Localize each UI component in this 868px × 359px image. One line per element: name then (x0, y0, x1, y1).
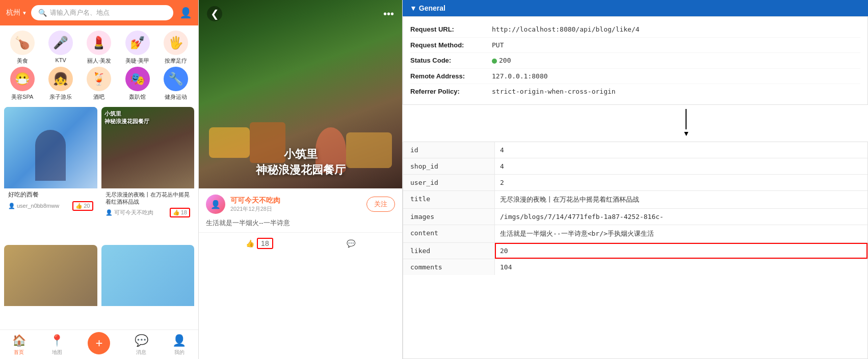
detail-like-count: 18 (257, 238, 273, 249)
remote-address-val: 127.0.0.1:8080 (492, 71, 548, 81)
card-2-title: 无尽浪漫的夜晚丨在万花丛中摇晃着红酒杯品战 (106, 191, 191, 206)
liren-label: 丽人·美发 (87, 57, 111, 65)
nav-message-label: 消息 (136, 349, 146, 356)
detail-user-row: 👤 可可今天不吃肉 2021年12月28日 关注 (199, 188, 402, 218)
resp-val-images: /imgs/blogs/7/14/4771fefb-1a87-4252-816c… (495, 209, 867, 225)
resp-val-comments: 104 (495, 259, 867, 275)
card-2-likes: 👍 18 (170, 208, 190, 217)
feikai-icon: 🎭 (125, 67, 150, 91)
resp-val-id: 4 (495, 142, 867, 158)
category-liren[interactable]: 💄 丽人·美发 (81, 31, 117, 65)
request-url-row: Request URL: http://localhost:8080/api/b… (410, 22, 860, 38)
detail-actions: 👍 18 💬 (199, 232, 402, 254)
resp-key-title: title (403, 191, 495, 208)
card-1[interactable]: 好吃的西餐 👤 user_n0bb8mww 👍 20 (4, 107, 97, 241)
resp-key-id: id (403, 142, 495, 158)
card-1-user: 👤 user_n0bb8mww (8, 203, 59, 209)
feikai-label: 轰趴馆 (129, 93, 146, 101)
card-3[interactable] (4, 245, 97, 326)
status-code-val: 200 (492, 56, 511, 66)
add-icon: + (95, 336, 102, 350)
resp-row-userid: user_id 2 (403, 175, 867, 191)
search-placeholder: 请输入商户名、地点 (50, 8, 110, 17)
card-1-image (4, 107, 97, 188)
category-meijia[interactable]: 💅 美睫·美甲 (119, 31, 155, 65)
category-meirong[interactable]: 😷 美容SPA (4, 67, 40, 101)
resp-row-images: images /imgs/blogs/7/14/4771fefb-1a87-42… (403, 209, 867, 225)
detail-comment-action[interactable]: 💬 (347, 239, 355, 247)
jiuba-label: 酒吧 (93, 93, 104, 101)
meijia-label: 美睫·美甲 (125, 57, 149, 65)
anmo-icon: 🖐 (164, 31, 188, 55)
nav-map-label: 地图 (52, 349, 62, 356)
status-dot (492, 59, 497, 64)
category-ktv[interactable]: 🎤 KTV (42, 31, 78, 65)
cards-area: 好吃的西餐 👤 user_n0bb8mww 👍 20 小筑里神秘浪漫花园餐厅 (0, 104, 198, 329)
detail-user-info: 可可今天不吃肉 2021年12月28日 (230, 196, 361, 213)
user-icon[interactable]: 👤 (179, 7, 192, 19)
remote-address-row: Remote Address: 127.0.0.1:8080 (410, 69, 860, 85)
card-1-title: 好吃的西餐 (8, 191, 93, 199)
meishi-icon: 🍗 (10, 31, 35, 55)
user-icon-small: 👤 (8, 203, 15, 209)
comment-icon: 💬 (347, 239, 355, 247)
card-2-image: 小筑里神秘浪漫花园餐厅 (101, 107, 195, 188)
nav-home-label: 首页 (14, 349, 24, 356)
card-4[interactable] (101, 245, 195, 326)
nav-map[interactable]: 📍 地图 (50, 334, 64, 356)
status-code-key: Status Code: (410, 56, 492, 66)
detail-content: 👤 可可今天不吃肉 2021年12月28日 关注 生活就是一半烟火--一半诗意 … (199, 188, 402, 359)
detail-excerpt: 生活就是一半烟火--一半诗意 (199, 218, 402, 232)
arrow-line (686, 109, 687, 129)
category-anmo[interactable]: 🖐 按摩足疗 (158, 31, 194, 65)
card-2[interactable]: 小筑里神秘浪漫花园餐厅 无尽浪漫的夜晚丨在万花丛中摇晃着红酒杯品战 👤 可可今天… (101, 107, 195, 241)
category-feikai[interactable]: 🎭 轰趴馆 (119, 67, 155, 101)
nav-mine[interactable]: 👤 我的 (172, 334, 186, 356)
card-3-image (4, 245, 97, 306)
detail-username[interactable]: 可可今天不吃肉 (230, 196, 361, 205)
detail-top-bar: ❮ ••• (199, 0, 402, 27)
category-jiuba[interactable]: 🍹 酒吧 (81, 67, 117, 101)
request-url-key: Request URL: (410, 24, 492, 35)
detail-like-action[interactable]: 👍 18 (246, 238, 273, 249)
nav-add-button[interactable]: + (88, 332, 110, 354)
request-method-key: Request Method: (410, 40, 492, 50)
nav-home[interactable]: 🏠 首页 (12, 334, 26, 356)
resp-val-content: 生活就是一半烟火--一半诗意<br/>手执烟火课生活 (495, 225, 867, 242)
resp-key-shopid: shop_id (403, 158, 495, 174)
resp-row-title: title 无尽浪漫的夜晚丨在万花丛中摇晃着红酒杯品战 (403, 191, 867, 209)
right-panel: ▼ General Request URL: http://localhost:… (403, 0, 868, 359)
more-button[interactable]: ••• (383, 8, 394, 20)
home-icon: 🏠 (12, 334, 26, 347)
meirong-icon: 😷 (10, 67, 35, 91)
ktv-label: KTV (55, 57, 66, 63)
back-button[interactable]: ❮ (207, 6, 222, 21)
like-icon: 👍 (75, 203, 83, 209)
general-title: ▼ General (410, 4, 445, 12)
general-header: ▼ General (403, 0, 868, 16)
status-code-row: Status Code: 200 (410, 53, 860, 69)
mine-icon: 👤 (172, 334, 186, 347)
like-icon-2: 👍 (173, 209, 180, 216)
like-icon-detail: 👍 (246, 239, 254, 247)
card-2-info: 无尽浪漫的夜晚丨在万花丛中摇晃着红酒杯品战 👤 可可今天不吃肉 👍 18 (101, 188, 195, 220)
card-4-image (101, 245, 195, 306)
category-qinzi[interactable]: 👧 亲子游乐 (42, 67, 78, 101)
follow-button[interactable]: 关注 (366, 197, 395, 212)
category-grid: 🍗 美食 🎤 KTV 💄 丽人·美发 💅 美睫·美甲 🖐 按摩足疗 😷 美容SP… (0, 25, 198, 104)
category-jianshen[interactable]: 🔧 健身运动 (158, 67, 194, 101)
bottom-nav: 🏠 首页 📍 地图 + 💬 消息 👤 我的 (0, 329, 198, 359)
resp-key-comments: comments (403, 259, 495, 275)
resp-val-title: 无尽浪漫的夜晚丨在万花丛中摇晃着红酒杯品战 (495, 191, 867, 208)
search-bar[interactable]: 🔍 请输入商户名、地点 (31, 5, 173, 20)
map-icon: 📍 (50, 334, 64, 347)
detail-avatar: 👤 (206, 195, 225, 214)
location-button[interactable]: 杭州 ▼ (6, 8, 27, 17)
liren-icon: 💄 (87, 31, 111, 55)
referrer-policy-row: Referrer Policy: strict-origin-when-cros… (410, 84, 860, 99)
jiuba-icon: 🍹 (87, 67, 111, 91)
card-2-meta: 👤 可可今天不吃肉 👍 18 (106, 208, 191, 217)
nav-message[interactable]: 💬 消息 (135, 334, 148, 356)
category-meishi[interactable]: 🍗 美食 (4, 31, 40, 65)
card-2-overlay: 小筑里神秘浪漫花园餐厅 (104, 110, 149, 126)
